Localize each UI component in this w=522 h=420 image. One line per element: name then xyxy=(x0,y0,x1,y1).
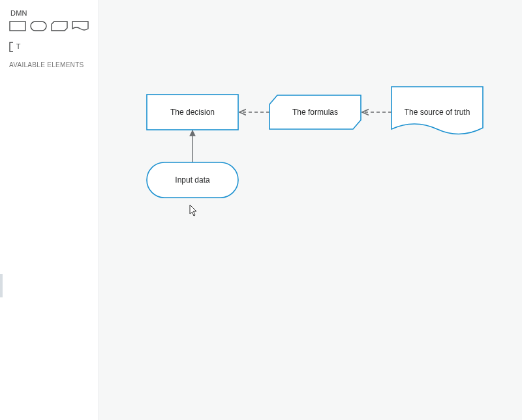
node-formulas-label: The formulas xyxy=(292,108,338,117)
node-input-data-label: Input data xyxy=(175,175,210,185)
node-decision[interactable]: The decision xyxy=(147,95,238,130)
knowledge-source-shape-icon[interactable] xyxy=(72,20,89,33)
sidebar-section-title: AVAILABLE ELEMENTS xyxy=(9,61,89,68)
sidebar-title: DMN xyxy=(10,9,89,17)
decision-shape-icon[interactable] xyxy=(9,20,26,33)
sidebar-panel: DMN T AVAILABLE ELEMENTS xyxy=(0,0,99,420)
node-truth[interactable]: The source of truth xyxy=(392,87,483,134)
canvas-svg: The decision The formulas The source of … xyxy=(99,0,522,420)
svg-text:T: T xyxy=(16,42,21,50)
diagram-canvas[interactable]: The decision The formulas The source of … xyxy=(99,0,522,420)
node-input-data[interactable]: Input data xyxy=(147,162,238,198)
node-formulas[interactable]: The formulas xyxy=(269,95,361,129)
input-data-shape-icon[interactable] xyxy=(30,20,47,33)
business-knowledge-shape-icon[interactable] xyxy=(51,20,68,33)
palette-row-shapes xyxy=(9,20,89,33)
svg-rect-0 xyxy=(10,22,25,31)
palette-row-annotation: T xyxy=(9,40,89,53)
node-truth-label: The source of truth xyxy=(405,108,470,117)
node-decision-label: The decision xyxy=(170,108,215,117)
app-root: DMN T AVAILABLE ELEMENTS xyxy=(0,0,522,420)
sidebar-resize-handle[interactable] xyxy=(0,274,3,297)
svg-rect-1 xyxy=(31,22,46,31)
text-annotation-icon[interactable]: T xyxy=(9,40,89,53)
